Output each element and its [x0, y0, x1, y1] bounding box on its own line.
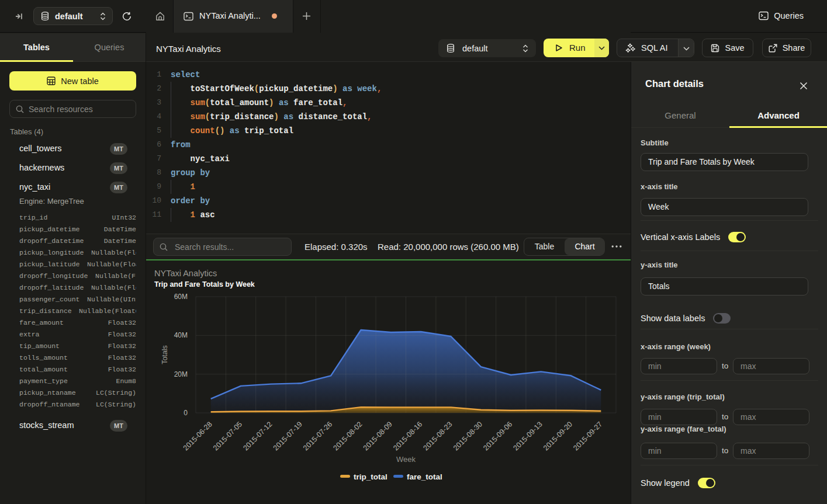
svg-text:40M: 40M — [174, 331, 188, 339]
svg-text:2015-08-30: 2015-08-30 — [452, 420, 484, 452]
svg-text:20M: 20M — [174, 370, 188, 378]
svg-text:fare_total: fare_total — [407, 472, 442, 481]
svg-text:2015-09-20: 2015-09-20 — [542, 420, 574, 452]
svg-text:0: 0 — [184, 409, 188, 417]
svg-text:2015-07-12: 2015-07-12 — [241, 420, 274, 452]
svg-text:2015-09-13: 2015-09-13 — [512, 420, 544, 452]
svg-text:2015-08-16: 2015-08-16 — [392, 420, 424, 452]
svg-text:2015-07-26: 2015-07-26 — [302, 420, 334, 452]
svg-text:2015-09-06: 2015-09-06 — [482, 420, 514, 452]
svg-text:Week: Week — [396, 455, 416, 464]
svg-text:2015-08-09: 2015-08-09 — [362, 420, 394, 452]
svg-text:2015-07-05: 2015-07-05 — [212, 420, 244, 452]
svg-text:2015-08-23: 2015-08-23 — [422, 420, 454, 452]
svg-text:Totals: Totals — [161, 345, 169, 364]
svg-text:2015-07-19: 2015-07-19 — [272, 420, 304, 452]
svg-text:2015-08-02: 2015-08-02 — [332, 420, 364, 452]
svg-text:2015-09-27: 2015-09-27 — [572, 420, 604, 452]
svg-text:60M: 60M — [174, 293, 188, 301]
svg-text:2015-06-28: 2015-06-28 — [182, 420, 214, 452]
svg-text:trip_total: trip_total — [354, 472, 387, 481]
